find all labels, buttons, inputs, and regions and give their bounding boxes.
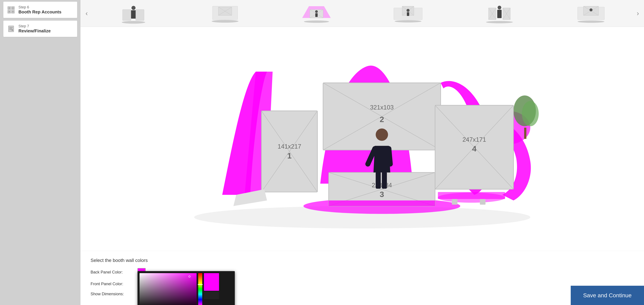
svg-rect-29: [315, 13, 318, 17]
svg-point-30: [304, 20, 329, 23]
svg-point-52: [578, 20, 604, 23]
svg-point-6: [9, 11, 10, 12]
carousel-item-5[interactable]: [482, 2, 517, 25]
svg-rect-67: [524, 128, 526, 139]
carousel-prev[interactable]: ‹: [84, 10, 90, 17]
front-panel-label: Front Panel Color:: [90, 282, 134, 286]
svg-point-38: [498, 6, 501, 10]
svg-point-81: [376, 128, 388, 141]
controls-section: Select the booth wall colors Back Panel …: [80, 251, 644, 305]
svg-point-12: [132, 6, 136, 10]
picker-cursor: [188, 276, 190, 278]
gradient-picker[interactable]: [140, 273, 196, 305]
sidebar-item-booth-rep[interactable]: Step 6 Booth Rep Accounts: [3, 2, 77, 18]
color-options-dark: [204, 292, 219, 299]
svg-point-18: [122, 21, 145, 24]
hue-bar[interactable]: [198, 273, 202, 305]
svg-point-23: [212, 20, 238, 23]
step7-label: Review/Finalize: [18, 28, 51, 34]
svg-point-7: [12, 11, 14, 12]
svg-point-5: [12, 8, 14, 8]
preview-new-color: [204, 273, 219, 291]
svg-point-51: [590, 8, 592, 12]
review-icon: [7, 24, 16, 33]
color-picker-popup: R 255 ▲▼ H 300 ▲▼ G 153 ▲▼: [138, 271, 235, 305]
main-content: ‹: [80, 0, 644, 305]
svg-text:141x217: 141x217: [278, 143, 301, 150]
carousel-item-3[interactable]: [299, 2, 334, 25]
svg-rect-17: [136, 10, 144, 20]
svg-rect-13: [131, 10, 136, 18]
controls-title: Select the booth wall colors: [90, 258, 634, 263]
svg-text:3: 3: [380, 190, 384, 199]
svg-text:4: 4: [472, 144, 476, 153]
svg-text:238x84: 238x84: [372, 182, 392, 189]
svg-rect-79: [329, 200, 435, 206]
booth-carousel: ‹: [80, 0, 644, 27]
color-preview: [204, 273, 219, 305]
sidebar-item-review[interactable]: Step 7 Review/Finalize: [3, 20, 77, 37]
sidebar: Step 6 Booth Rep Accounts Step 7 Review/…: [0, 0, 80, 305]
step6-label: Booth Rep Accounts: [18, 10, 62, 14]
hue-handle: [198, 284, 203, 285]
svg-rect-16: [122, 10, 131, 20]
svg-rect-85: [438, 192, 505, 199]
show-dimensions-label: Show Dimensions:: [90, 292, 134, 296]
carousel-item-4[interactable]: [391, 2, 425, 25]
svg-text:1: 1: [287, 152, 292, 160]
svg-rect-39: [497, 10, 502, 18]
back-panel-label: Back Panel Color:: [90, 270, 134, 274]
booth-preview-area: 141x217 1 321x103 2 247x171: [80, 27, 644, 251]
svg-rect-8: [8, 26, 14, 32]
step6-num: Step 6: [18, 5, 62, 10]
svg-point-37: [394, 20, 422, 22]
svg-text:321x103: 321x103: [370, 104, 394, 111]
carousel-item-2[interactable]: [208, 2, 242, 25]
svg-rect-36: [407, 12, 409, 16]
svg-point-4: [9, 8, 10, 8]
svg-point-35: [406, 9, 410, 12]
svg-point-28: [315, 10, 318, 13]
front-panel-row: Front Panel Color:: [90, 280, 634, 288]
carousel-item-1[interactable]: [116, 2, 151, 25]
carousel-next[interactable]: ›: [635, 10, 641, 17]
carousel-item-6[interactable]: [574, 2, 608, 25]
carousel-items-list: [90, 2, 635, 25]
svg-rect-82: [376, 172, 381, 189]
svg-point-66: [522, 101, 539, 126]
svg-text:2: 2: [380, 115, 384, 124]
svg-rect-87: [480, 199, 485, 204]
save-and-continue-button[interactable]: Save and Continue: [571, 286, 644, 305]
svg-rect-86: [452, 199, 457, 204]
svg-point-46: [486, 21, 513, 23]
svg-text:247x171: 247x171: [462, 136, 486, 143]
booth-rep-icon: [7, 6, 16, 14]
svg-rect-83: [382, 172, 387, 189]
step7-num: Step 7: [18, 24, 51, 28]
